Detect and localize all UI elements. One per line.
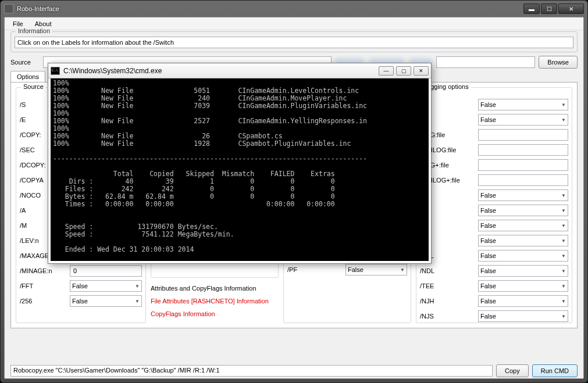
cmd-maximize-button[interactable]: ▢ — [396, 66, 411, 76]
input-minagen[interactable] — [70, 265, 142, 277]
combo-tee[interactable]: False▼ — [478, 280, 568, 292]
cmd-output[interactable]: 100% 100% New File 5051 CInGameAdmin.Lev… — [51, 78, 429, 261]
cmd-titlebar[interactable]: C:\Windows\System32\cmd.exe — ▢ ✕ — [48, 63, 431, 78]
window-title: Robo-Interface — [17, 5, 523, 12]
combo-[interactable]: False▼ — [70, 295, 142, 307]
information-title: Information — [16, 27, 52, 34]
copyflags-link[interactable]: CopyFlags Information — [151, 310, 279, 317]
combo-nc[interactable]: False▼ — [478, 235, 568, 246]
file-attributes-link[interactable]: File Attributes [RASHCNETO] Information — [151, 298, 279, 305]
cmd-title-text: C:\Windows\System32\cmd.exe — [63, 67, 379, 75]
maximize-button[interactable]: ☐ — [541, 3, 557, 14]
information-text: Click on on the Labels for information a… — [15, 37, 573, 48]
combo-ndl[interactable]: False▼ — [478, 265, 568, 277]
cmd-close-button[interactable]: ✕ — [414, 66, 429, 76]
information-group: Information Click on on the Labels for i… — [10, 31, 578, 52]
switch-label[interactable]: /NJS — [420, 313, 476, 320]
switch-label[interactable]: /PF — [287, 266, 343, 273]
combo-fft[interactable]: False▼ — [70, 280, 142, 292]
run-cmd-button[interactable]: Run CMD — [532, 364, 578, 377]
tab-options[interactable]: Options — [10, 71, 45, 82]
cmd-icon — [51, 67, 60, 75]
footer: Robocopy.exe "C:\Users\Gamer\Downloads" … — [10, 363, 578, 378]
combo-fp[interactable]: False▼ — [478, 205, 568, 216]
dest-input[interactable] — [436, 56, 535, 68]
titlebar[interactable]: Robo-Interface ▬ ☐ ✕ — [1, 1, 587, 17]
input-logfile[interactable] — [478, 129, 568, 141]
logging-options-group: Logging options /LFalse▼/NPFalse▼/LOG:fi… — [416, 87, 572, 323]
app-icon — [4, 4, 13, 13]
combo-njs[interactable]: False▼ — [478, 310, 568, 322]
cmd-minimize-button[interactable]: — — [379, 66, 394, 76]
copy-button[interactable]: Copy — [496, 364, 529, 377]
combo-np[interactable]: False▼ — [478, 114, 568, 126]
input-logfile[interactable] — [478, 159, 568, 171]
source-options-title: Source — [21, 83, 46, 90]
combo-pf[interactable]: False▼ — [345, 264, 407, 275]
switch-label[interactable]: /NJH — [420, 298, 476, 305]
attr-info-title: Attributes and CopyFlags Information — [151, 285, 279, 292]
close-button[interactable]: ✕ — [558, 3, 584, 14]
menubar: File About — [5, 17, 583, 30]
switch-label[interactable]: /TEE — [420, 282, 476, 289]
combo-nfl[interactable]: False▼ — [478, 250, 568, 262]
input-unilogfile[interactable] — [478, 174, 568, 186]
switch-label[interactable]: /256 — [20, 298, 67, 305]
source-label: Source — [10, 59, 40, 66]
switch-label[interactable]: /FFT — [20, 282, 67, 289]
combo-njh[interactable]: False▼ — [478, 295, 568, 307]
browse-button[interactable]: Browse — [539, 56, 578, 69]
switch-label[interactable]: /MINAGE:n — [20, 267, 67, 274]
switch-label[interactable]: /NDL — [420, 267, 476, 274]
minimize-button[interactable]: ▬ — [523, 3, 540, 14]
input-unilogfile[interactable] — [478, 144, 568, 156]
cmd-window[interactable]: C:\Windows\System32\cmd.exe — ▢ ✕ 100% 1… — [48, 63, 432, 264]
combo-l[interactable]: False▼ — [478, 99, 568, 110]
combo-ts[interactable]: False▼ — [478, 189, 568, 201]
combo-ns[interactable]: False▼ — [478, 220, 568, 231]
command-preview[interactable]: Robocopy.exe "C:\Users\Gamer\Downloads" … — [10, 365, 493, 377]
